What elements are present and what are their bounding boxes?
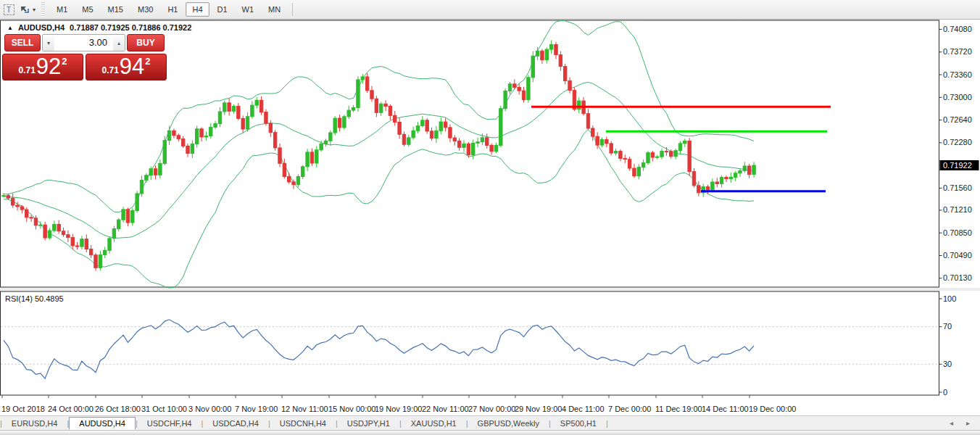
time-axis-label: 14 Dec 11:00 [702, 405, 749, 413]
time-axis-label: 22 Nov 11:00 [422, 405, 469, 413]
volume-stepper: ▾ 3.00 ▴ [42, 34, 125, 51]
chart-tab-usdchf[interactable]: USDCHF,H4 [138, 418, 202, 429]
chart-symbol-period: AUDUSD,H4 [18, 23, 65, 32]
time-axis: 19 Oct 201824 Oct 00:0026 Oct 18:0031 Oc… [1, 395, 796, 413]
svg-text:0: 0 [943, 388, 947, 397]
arrows-icon [19, 4, 30, 15]
text-label-tool-button[interactable]: T [1, 2, 16, 17]
buy-price-point: 2 [145, 56, 150, 67]
chart-tab-usdcnh[interactable]: USDCNH,H4 [270, 418, 336, 429]
buy-price-prefix: 0.71 [101, 65, 118, 75]
status-bar [0, 430, 980, 435]
volume-field[interactable]: 3.00 [54, 35, 113, 51]
time-axis-label: 19 Dec 00:00 [749, 405, 796, 413]
tool-dropdown-caret[interactable]: ▾ [33, 7, 36, 13]
tab-scroll-arrows: ◂ ▸ [950, 419, 970, 427]
svg-text:0.70850: 0.70850 [943, 228, 972, 237]
timeframe-button-m30[interactable]: M30 [131, 2, 159, 17]
time-axis-label: 12 Nov 11:00 [281, 405, 328, 413]
buy-button[interactable]: BUY [127, 34, 165, 51]
tab-separator: | [606, 419, 608, 428]
time-axis-label: 27 Nov 00:00 [468, 405, 515, 413]
svg-text:0.71560: 0.71560 [943, 183, 972, 192]
volume-decrease-button[interactable]: ▾ [43, 35, 54, 51]
time-axis-label: 3 Nov 00:00 [188, 405, 231, 413]
sell-price-point: 2 [62, 56, 67, 67]
chart-tab-gbpusd[interactable]: GBPUSD,Weekly [468, 418, 549, 429]
chart-area[interactable]: 0.740800.737200.733600.730000.726400.722… [0, 20, 980, 415]
svg-text:0.70490: 0.70490 [943, 251, 972, 260]
panel-collapse-arrow[interactable]: ▲ [7, 25, 13, 31]
timeframe-button-m15[interactable]: M15 [101, 2, 130, 17]
timeframe-button-d1[interactable]: D1 [211, 2, 234, 17]
time-axis-label: 26 Oct 18:00 [95, 405, 141, 413]
buy-price-pips: 94 [120, 56, 144, 78]
svg-text:0.74080: 0.74080 [943, 25, 972, 33]
chart-tab-xauusd[interactable]: XAUUSD,H1 [402, 418, 466, 429]
timeframe-button-h4[interactable]: H4 [186, 2, 209, 17]
chart-tab-audusd[interactable]: AUDUSD,H4 [69, 417, 136, 430]
text-tool-icon: T [4, 4, 14, 15]
svg-text:30: 30 [943, 360, 952, 368]
buy-price-display[interactable]: 0.71 94 2 [86, 54, 167, 80]
time-axis-label: 4 Dec 11:00 [562, 405, 605, 413]
one-click-trade-panel: SELL ▾ 3.00 ▴ BUY 0.71 92 2 0.71 94 2 [2, 34, 167, 80]
svg-text:100: 100 [943, 294, 956, 303]
svg-text:70: 70 [943, 322, 952, 331]
time-axis-label: 19 Oct 2018 [1, 405, 45, 413]
time-axis-label: 29 Nov 19:00 [515, 405, 562, 413]
svg-text:0.73000: 0.73000 [943, 93, 972, 102]
cursor-arrows-tool-button[interactable] [17, 2, 32, 17]
chart-tab-usdjpy[interactable]: USDJPY,H1 [338, 418, 399, 429]
time-axis-label: 15 Nov 00:00 [328, 405, 375, 413]
tab-scroll-left-icon[interactable]: ◂ [950, 419, 953, 427]
time-axis-label: 31 Oct 10:00 [141, 405, 187, 413]
svg-text:0.71210: 0.71210 [943, 205, 972, 214]
chart-tab-bar: |EURUSD,H4|AUDUSD,H4|USDCHF,H4|USDCAD,H4… [0, 415, 980, 430]
time-axis-label: 19 Nov 19:00 [375, 405, 422, 413]
chart-tab-sp500[interactable]: SP500,H1 [551, 418, 606, 429]
top-toolbar: T ▾ M1M5M15M30H1H4D1W1MN [0, 0, 980, 20]
toolbar-grip-handle[interactable] [41, 2, 45, 17]
rsi-indicator-label: RSI(14) 50.4895 [5, 294, 64, 303]
tab-scroll-right-icon[interactable]: ▸ [966, 419, 970, 427]
timeframe-button-h1[interactable]: H1 [161, 2, 184, 17]
sell-price-display[interactable]: 0.71 92 2 [2, 54, 83, 80]
toolbar-separator [292, 3, 293, 16]
chart-ohlc-values: 0.71887 0.71925 0.71886 0.71922 [70, 23, 191, 32]
chart-tab-eurusd[interactable]: EURUSD,H4 [2, 418, 67, 429]
chart-tab-usdcad[interactable]: USDCAD,H4 [203, 418, 268, 429]
current-price-label: 0.71922 [940, 160, 979, 170]
svg-text:0.71922: 0.71922 [943, 161, 972, 170]
svg-text:0.73360: 0.73360 [943, 70, 972, 79]
svg-text:0.73720: 0.73720 [943, 47, 972, 56]
timeframe-button-mn[interactable]: MN [262, 2, 287, 17]
rsi-axis: 10070300 [939, 294, 957, 397]
time-axis-label: 11 Dec 19:00 [655, 405, 702, 413]
time-axis-label: 24 Oct 00:00 [48, 405, 94, 413]
timeframe-button-m1[interactable]: M1 [50, 2, 74, 17]
svg-text:0.72280: 0.72280 [943, 138, 972, 146]
sell-price-prefix: 0.71 [18, 65, 35, 75]
price-axis: 0.740800.737200.733600.730000.726400.722… [939, 25, 972, 282]
timeframe-toolbar: M1M5M15M30H1H4D1W1MN [49, 2, 288, 17]
sell-button[interactable]: SELL [4, 34, 41, 51]
svg-text:0.72640: 0.72640 [943, 115, 972, 124]
sell-price-pips: 92 [36, 56, 61, 78]
time-axis-label: 7 Nov 19:00 [235, 405, 278, 413]
svg-text:0.70130: 0.70130 [943, 273, 972, 282]
timeframe-button-w1[interactable]: W1 [236, 2, 261, 17]
chart-tabs: |EURUSD,H4|AUDUSD,H4|USDCHF,H4|USDCAD,H4… [0, 417, 608, 430]
chart-ohlc-title: ▲ AUDUSD,H4 0.71887 0.71925 0.71886 0.71… [7, 23, 191, 32]
time-axis-label: 7 Dec 00:00 [608, 405, 651, 413]
volume-increase-button[interactable]: ▴ [113, 35, 125, 51]
timeframe-button-m5[interactable]: M5 [75, 2, 99, 17]
